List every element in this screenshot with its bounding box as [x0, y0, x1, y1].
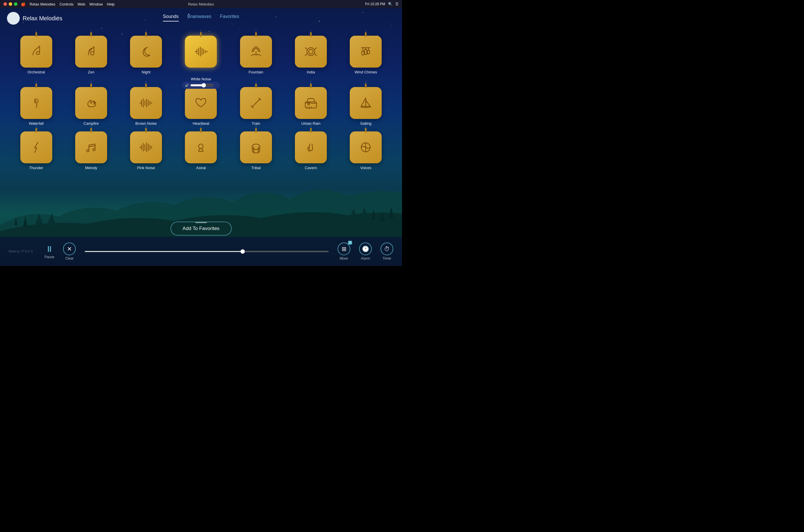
alarm-button[interactable]: 🕐 Alarm	[359, 243, 372, 261]
timer-icon: ⏱	[384, 246, 390, 252]
sound-tile-thunder[interactable]	[20, 131, 52, 163]
sound-tile-zen[interactable]	[75, 36, 107, 68]
sound-train[interactable]: Train	[236, 87, 276, 126]
sound-tile-pink-noise[interactable]	[130, 131, 162, 163]
sound-tile-melody[interactable]	[75, 131, 107, 163]
sounds-row-2: Waterfall Campfire Brown Noise	[9, 87, 393, 126]
sound-waterfall[interactable]: Waterfall	[16, 87, 57, 126]
sound-night[interactable]: Night	[126, 36, 166, 81]
master-volume-slider[interactable]	[85, 251, 329, 252]
sounds-row-1: Orchestral Zen Night	[9, 36, 393, 81]
sound-urban-rain[interactable]: Urban Rain	[291, 87, 331, 126]
sound-tribal[interactable]: Tribal	[236, 131, 276, 170]
sound-label-tribal: Tribal	[251, 166, 261, 170]
sound-tile-orchestral[interactable]	[20, 36, 52, 68]
sound-india[interactable]: India	[291, 36, 331, 81]
titlebar: 🍎 Relax Melodies Controls Web Window Hel…	[0, 0, 402, 8]
sound-wind-chimes[interactable]: Wind Chimes	[345, 36, 386, 81]
sounds-grid: Orchestral Zen Night	[0, 30, 402, 225]
svg-rect-39	[367, 51, 370, 54]
sound-tile-train[interactable]	[240, 87, 272, 119]
time-display: Fri 10:28 PM	[365, 2, 385, 6]
sound-thunder[interactable]: Thunder	[16, 131, 57, 170]
sound-zen[interactable]: Zen	[71, 36, 111, 81]
sound-tile-heartbeat[interactable]	[185, 87, 217, 119]
sound-label-zen: Zen	[88, 70, 94, 74]
titlebar-menu: 🍎 Relax Melodies Controls Web Window Hel…	[21, 2, 115, 6]
tab-sounds[interactable]: Sounds	[163, 14, 179, 21]
sound-voices[interactable]: Voices	[345, 131, 386, 170]
alarm-label: Alarm	[361, 256, 370, 261]
sound-label-voices: Voices	[360, 166, 371, 170]
timer-button[interactable]: ⏱ Timer	[381, 243, 393, 261]
sound-tile-india[interactable]	[295, 36, 327, 68]
sound-sailing[interactable]: Sailing	[345, 87, 386, 126]
sound-label-night: Night	[142, 70, 150, 74]
sound-label-cavern: Cavern	[305, 166, 317, 170]
sound-tile-astral[interactable]	[185, 131, 217, 163]
help-menu[interactable]: Help	[107, 2, 115, 6]
sound-brown-noise[interactable]: Brown Noise	[126, 87, 166, 126]
minimize-button[interactable]	[9, 2, 12, 6]
sound-tile-voices[interactable]	[350, 131, 382, 163]
controls-menu[interactable]: Controls	[59, 2, 73, 6]
sound-fountain[interactable]: Fountain	[236, 36, 276, 81]
sound-tile-night[interactable]	[130, 36, 162, 68]
svg-line-31	[305, 48, 307, 49]
sound-tile-campfire[interactable]	[75, 87, 107, 119]
sound-melody[interactable]: Melody	[71, 131, 111, 170]
tab-brainwaves[interactable]: Brainwaves	[187, 14, 211, 21]
app-menu[interactable]: Relax Melodies	[30, 2, 55, 6]
sound-tile-urban-rain[interactable]	[295, 87, 327, 119]
sound-cavern[interactable]: Cavern	[291, 131, 331, 170]
svg-line-29	[315, 48, 317, 49]
sound-pink-noise[interactable]: Pink Noise	[126, 131, 166, 170]
svg-point-53	[308, 103, 309, 105]
alarm-icon-circle: 🕐	[359, 243, 372, 255]
web-menu[interactable]: Web	[77, 2, 85, 6]
sound-tile-white-noise[interactable]	[185, 36, 217, 68]
sound-label-fountain: Fountain	[249, 70, 263, 74]
svg-point-67	[199, 144, 203, 148]
sound-label-india: India	[307, 70, 315, 74]
timer-icon-circle: ⏱	[381, 243, 393, 255]
app-window: Relax Melodies Sounds Brainwaves Favorit…	[0, 8, 402, 266]
made-by-label: Made by I P N O S	[9, 249, 33, 253]
timer-label: Timer	[383, 256, 391, 261]
sound-white-noise[interactable]: 🔊 White Noise	[181, 36, 221, 81]
app-logo	[7, 12, 20, 25]
sound-label-pink-noise: Pink Noise	[137, 166, 155, 170]
sound-label-thunder: Thunder	[29, 166, 43, 170]
sound-heartbeat[interactable]: Heartbeat	[181, 87, 221, 126]
search-icon[interactable]: 🔍	[388, 2, 392, 6]
window-menu[interactable]: Window	[89, 2, 103, 6]
window-title: Relax Melodies	[188, 2, 214, 6]
tab-favorites[interactable]: Favorites	[220, 14, 239, 21]
apple-menu[interactable]: 🍎	[21, 2, 25, 6]
sound-tile-tribal[interactable]	[240, 131, 272, 163]
clear-label: Clear	[65, 256, 74, 261]
clear-button[interactable]: ✕ Clear	[63, 243, 76, 261]
sound-astral[interactable]: Astral	[181, 131, 221, 170]
sound-label-orchestral: Orchestral	[28, 70, 45, 74]
sound-tile-wind-chimes[interactable]	[350, 36, 382, 68]
svg-point-27	[307, 48, 315, 55]
maximize-button[interactable]	[14, 2, 17, 6]
sound-tile-brown-noise[interactable]	[130, 87, 162, 119]
mixer-button[interactable]: ⊞ 2 Mixer	[337, 243, 350, 261]
white-noise-volume-slider[interactable]	[190, 83, 213, 88]
pause-button[interactable]: ⏸ Pause	[44, 244, 54, 259]
svg-line-32	[305, 54, 307, 56]
sound-campfire[interactable]: Campfire	[71, 87, 111, 126]
add-to-favorites-button[interactable]: Add To Favorites	[170, 222, 232, 235]
tab-bar: Sounds Brainwaves Favorites	[163, 14, 239, 21]
sound-tile-cavern[interactable]	[295, 131, 327, 163]
sound-tile-sailing[interactable]	[350, 87, 382, 119]
menu-icon[interactable]: ☰	[395, 2, 399, 6]
close-button[interactable]	[3, 2, 7, 6]
pause-icon: ⏸	[45, 244, 53, 254]
sound-tile-waterfall[interactable]	[20, 87, 52, 119]
sound-tile-fountain[interactable]	[240, 36, 272, 68]
sound-orchestral[interactable]: Orchestral	[16, 36, 57, 81]
mixer-icon: ⊞	[342, 245, 347, 252]
